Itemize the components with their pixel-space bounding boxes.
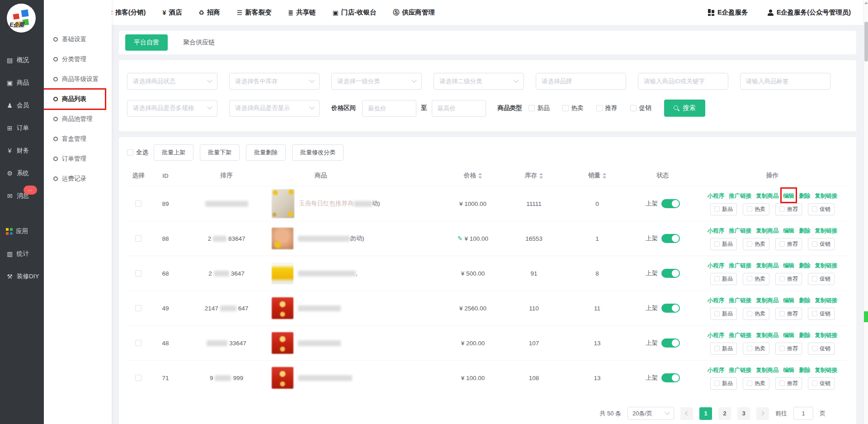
tag-checkbox-热卖[interactable]: 热卖 xyxy=(743,238,769,250)
sidebar-item-统计[interactable]: ▥统计 xyxy=(0,243,44,265)
row-checkbox[interactable] xyxy=(135,305,142,311)
window-scrollbar[interactable] xyxy=(863,0,868,424)
action-link-推广链接[interactable]: 推广链接 xyxy=(729,367,751,374)
action-link-复制商品[interactable]: 复制商品 xyxy=(756,367,778,374)
checkbox-icon[interactable] xyxy=(747,346,752,351)
action-link-复制商品[interactable]: 复制商品 xyxy=(756,262,778,270)
action-link-编辑[interactable]: 编辑 xyxy=(783,227,794,235)
scroll-up-icon[interactable] xyxy=(864,2,868,4)
topnav-item-新客裂变[interactable]: ☰新客裂变 xyxy=(237,8,272,17)
sidebar-item-财务[interactable]: ¥财务 xyxy=(0,139,44,162)
action-link-推广链接[interactable]: 推广链接 xyxy=(729,192,751,200)
tab-platform-self[interactable]: 平台自营 xyxy=(125,34,168,51)
tag-checkbox-促销[interactable]: 促销 xyxy=(808,377,835,390)
action-link-删除[interactable]: 删除 xyxy=(799,367,810,374)
select-请选择二级分类[interactable]: 请选择二级分类 xyxy=(434,73,524,90)
input-请输入商品标签[interactable] xyxy=(740,73,830,90)
sidebar-item-应用[interactable]: 应用 xyxy=(0,220,44,243)
tag-checkbox-热卖[interactable]: 热卖 xyxy=(743,308,769,320)
action-link-小程序[interactable]: 小程序 xyxy=(708,297,725,305)
action-link-推广链接[interactable]: 推广链接 xyxy=(729,262,751,270)
tag-checkbox-推荐[interactable]: 推荐 xyxy=(775,308,802,320)
checkbox-icon[interactable] xyxy=(747,276,752,281)
submenu-item-商品等级设置[interactable]: 商品等级设置 xyxy=(44,69,112,89)
tag-checkbox-促销[interactable]: 促销 xyxy=(808,203,835,215)
checkbox-icon[interactable] xyxy=(747,381,752,386)
checkbox-icon[interactable] xyxy=(812,381,817,386)
sort-carets-icon[interactable] xyxy=(603,173,606,179)
row-checkbox[interactable] xyxy=(135,375,142,381)
sort-asc-icon[interactable] xyxy=(539,173,543,175)
action-link-删除[interactable]: 删除 xyxy=(799,227,810,235)
search-button[interactable]: 搜索 xyxy=(664,100,705,117)
checkbox-icon[interactable] xyxy=(779,346,785,351)
action-link-编辑[interactable]: 编辑 xyxy=(783,262,794,270)
next-page-button[interactable] xyxy=(756,407,769,420)
page-size-select[interactable]: 20条/页 xyxy=(627,407,674,420)
tag-checkbox-促销[interactable]: 促销 xyxy=(808,273,835,285)
tag-checkbox-新品[interactable]: 新品 xyxy=(710,377,737,390)
submenu-item-商品池管理[interactable]: 商品池管理 xyxy=(44,109,112,129)
app-logo[interactable]: E企屋 xyxy=(7,4,36,33)
tag-checkbox-新品[interactable]: 新品 xyxy=(710,343,737,355)
action-link-复制商品[interactable]: 复制商品 xyxy=(756,192,778,200)
action-link-编辑[interactable]: 编辑 xyxy=(783,297,794,305)
type-checkbox-促销[interactable]: 促销 xyxy=(630,104,651,112)
action-link-复制商品[interactable]: 复制商品 xyxy=(756,297,778,305)
select-请选择商品是否显示[interactable]: 请选择商品是否显示 xyxy=(229,100,320,117)
sidebar-item-消息[interactable]: ✉消息… xyxy=(0,185,44,207)
tag-checkbox-热卖[interactable]: 热卖 xyxy=(743,273,769,285)
checkbox-icon[interactable] xyxy=(747,311,752,316)
status-toggle[interactable] xyxy=(661,199,680,208)
scrollbar-thumb[interactable] xyxy=(864,22,868,62)
action-link-删除[interactable]: 删除 xyxy=(799,332,810,339)
sort-asc-icon[interactable] xyxy=(478,173,482,175)
action-link-编辑[interactable]: 编辑 xyxy=(783,332,794,339)
topnav-item-酒店[interactable]: ¥酒店 xyxy=(162,8,182,17)
action-link-复制商品[interactable]: 复制商品 xyxy=(756,227,778,235)
action-link-推广链接[interactable]: 推广链接 xyxy=(729,297,751,305)
page-button-2[interactable]: 2 xyxy=(718,407,731,420)
action-link-小程序[interactable]: 小程序 xyxy=(708,367,725,374)
row-checkbox[interactable] xyxy=(135,340,142,346)
action-link-小程序[interactable]: 小程序 xyxy=(708,192,725,200)
action-link-复制链接[interactable]: 复制链接 xyxy=(815,367,837,374)
select-all[interactable]: 全选 xyxy=(127,148,148,157)
sidebar-item-商品[interactable]: ▣商品 xyxy=(0,71,44,94)
price-max-input[interactable] xyxy=(432,100,486,117)
prev-page-button[interactable] xyxy=(680,407,693,420)
checkbox-icon[interactable] xyxy=(714,381,720,386)
sort-asc-icon[interactable] xyxy=(603,173,606,175)
sidebar-item-订单[interactable]: ⊞订单 xyxy=(0,117,44,139)
topnav-item-门店-收银台[interactable]: ▣门店-收银台 xyxy=(333,8,377,17)
tag-checkbox-推荐[interactable]: 推荐 xyxy=(775,203,802,215)
sidebar-item-系统[interactable]: ⚙系统 xyxy=(0,162,44,185)
checkbox-icon[interactable] xyxy=(528,105,535,111)
status-toggle[interactable] xyxy=(661,373,680,382)
tag-checkbox-推荐[interactable]: 推荐 xyxy=(775,238,802,250)
checkbox-icon[interactable] xyxy=(714,206,720,212)
action-link-删除[interactable]: 删除 xyxy=(799,262,810,270)
action-link-编辑[interactable]: 编辑 xyxy=(783,367,794,374)
tag-checkbox-热卖[interactable]: 热卖 xyxy=(743,377,769,390)
sidebar-item-装修DIY[interactable]: ⚒装修DIY xyxy=(0,265,44,288)
goto-page-input[interactable] xyxy=(793,407,813,420)
select-all-checkbox[interactable] xyxy=(127,149,133,156)
select-请选择商品状态[interactable]: 请选择商品状态 xyxy=(127,73,217,90)
status-toggle[interactable] xyxy=(661,269,680,278)
price-min-input[interactable] xyxy=(362,100,416,117)
account-menu[interactable]: E企盈服务(公众号管理员) xyxy=(767,8,851,17)
select-请选择一级分类[interactable]: 请选择一级分类 xyxy=(331,73,422,90)
checkbox-icon[interactable] xyxy=(747,206,752,212)
batch-button-批量修改分类[interactable]: 批量修改分类 xyxy=(292,144,344,161)
checkbox-icon[interactable] xyxy=(812,346,817,351)
page-button-3[interactable]: 3 xyxy=(737,407,750,420)
tag-checkbox-推荐[interactable]: 推荐 xyxy=(775,273,802,285)
tag-checkbox-推荐[interactable]: 推荐 xyxy=(775,377,802,390)
sort-desc-icon[interactable] xyxy=(603,176,606,179)
tag-checkbox-促销[interactable]: 促销 xyxy=(808,238,835,250)
checkbox-icon[interactable] xyxy=(714,346,720,351)
type-checkbox-推荐[interactable]: 推荐 xyxy=(596,104,618,112)
checkbox-icon[interactable] xyxy=(812,276,817,281)
action-link-推广链接[interactable]: 推广链接 xyxy=(729,332,751,339)
